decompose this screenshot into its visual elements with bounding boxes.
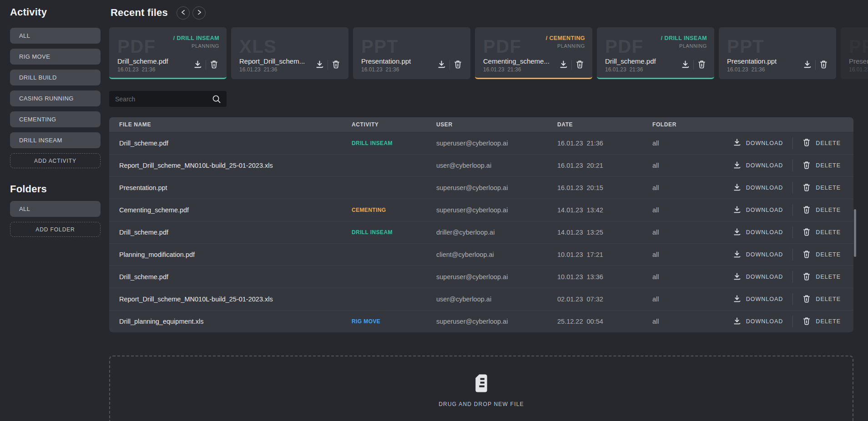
file-manager-app: Activity ALLRIG MOVEDRILL BUILDCASING RU… — [0, 0, 868, 421]
delete-button[interactable]: DELETE — [802, 138, 841, 148]
trash-icon — [332, 60, 340, 70]
download-button[interactable]: DOWNLOAD — [733, 205, 783, 215]
activity-filter-drill-inseam[interactable]: DRILL INSEAM — [10, 132, 101, 148]
card-delete-button[interactable] — [328, 58, 344, 72]
search-icon[interactable] — [212, 95, 221, 103]
card-activity-tag: / DRILL INSEAM PLANNING — [661, 35, 707, 49]
delete-button[interactable]: DELETE — [802, 205, 841, 215]
card-download-button[interactable] — [434, 58, 449, 72]
folder-cell: all — [652, 162, 722, 169]
download-icon — [733, 138, 741, 148]
add-folder-button[interactable]: ADD FOLDER — [10, 222, 101, 237]
card-delete-button[interactable] — [694, 58, 710, 72]
file-name-cell: Drill_scheme.pdf — [119, 140, 352, 147]
date-cell: 02.01.23 07:32 — [557, 296, 652, 303]
card-file-date: 16.01.23 21:36 — [849, 66, 868, 73]
download-button[interactable]: DOWNLOAD — [733, 228, 783, 237]
row-action-divider — [792, 160, 793, 171]
file-type-ghost-label: PPT — [361, 36, 399, 57]
trash-icon — [802, 295, 811, 304]
download-label: DOWNLOAD — [746, 296, 783, 302]
vertical-scrollbar-thumb[interactable] — [854, 209, 856, 257]
trash-icon — [210, 60, 218, 70]
card-download-button[interactable] — [555, 58, 571, 72]
trash-icon — [802, 228, 811, 237]
delete-label: DELETE — [816, 318, 841, 325]
folder-cell: all — [652, 229, 722, 236]
activity-filter-casing-running[interactable]: CASING RUNNING — [10, 90, 101, 106]
download-icon — [733, 317, 741, 326]
delete-button[interactable]: DELETE — [802, 295, 841, 304]
download-button[interactable]: DOWNLOAD — [733, 295, 783, 304]
table-row: Report_Drill_scheme_MN010L-build_25-01-2… — [109, 288, 853, 310]
card-file-meta: Report_Drill_schem... 16.01.23 21:36 — [239, 57, 312, 73]
delete-button[interactable]: DELETE — [802, 272, 841, 282]
activity-filter-rig-move[interactable]: RIG MOVE — [10, 49, 101, 65]
folder-cell: all — [652, 273, 722, 281]
recent-file-card[interactable]: PPT Presentation.ppt 16.01.23 21:36 — [353, 27, 470, 79]
delete-button[interactable]: DELETE — [802, 183, 841, 193]
delete-button[interactable]: DELETE — [802, 228, 841, 237]
card-phase-label: PLANNING — [546, 43, 585, 49]
delete-button[interactable]: DELETE — [802, 250, 841, 260]
card-file-name: Report_Drill_schem... — [239, 57, 312, 65]
activity-cell: DRILL INSEAM — [352, 229, 436, 236]
download-button[interactable]: DOWNLOAD — [733, 183, 783, 193]
card-download-button[interactable] — [677, 58, 693, 72]
recent-file-card[interactable]: PDF / DRILL INSEAM PLANNING Drill_scheme… — [597, 27, 714, 79]
card-download-button[interactable] — [799, 58, 815, 72]
folder-filter-all[interactable]: ALL — [10, 201, 101, 217]
file-type-ghost-label: PDF — [605, 36, 644, 57]
file-dropzone[interactable]: DRUG AND DROP NEW FILE — [109, 356, 853, 421]
download-button[interactable]: DOWNLOAD — [733, 161, 783, 170]
recent-files-header: Recent files — [109, 6, 868, 20]
card-footer: Drill_scheme.pdf 16.01.23 21:36 — [117, 57, 222, 73]
download-button[interactable]: DOWNLOAD — [733, 272, 783, 282]
delete-button[interactable]: DELETE — [802, 317, 841, 326]
carousel-next-button[interactable] — [192, 6, 206, 20]
card-delete-button[interactable] — [816, 58, 832, 72]
recent-file-card[interactable]: PDF / CEMENTING PLANNING Cementing_schem… — [475, 27, 592, 79]
download-button[interactable]: DOWNLOAD — [733, 138, 783, 148]
card-file-name: Presentation.ppt — [727, 57, 799, 65]
card-download-button[interactable] — [312, 58, 328, 72]
card-delete-button[interactable] — [450, 58, 466, 72]
row-action-divider — [792, 249, 793, 261]
files-table: FILE NAME ACTIVITY USER DATE FOLDER Dril… — [109, 117, 853, 332]
chevron-left-icon — [180, 9, 187, 17]
download-label: DOWNLOAD — [746, 274, 783, 280]
download-button[interactable]: DOWNLOAD — [733, 317, 783, 326]
file-type-ghost-label: PDF — [117, 36, 156, 57]
activity-filter-all[interactable]: ALL — [10, 28, 101, 44]
recent-files-title: Recent files — [111, 7, 168, 19]
card-download-button[interactable] — [190, 58, 206, 72]
file-name-cell: Presentation.ppt — [119, 184, 352, 191]
activity-filter-cementing[interactable]: CEMENTING — [10, 111, 101, 127]
add-activity-button[interactable]: ADD ACTIVITY — [10, 153, 101, 168]
card-file-meta: Drill_scheme.pdf 16.01.23 21:36 — [117, 57, 190, 73]
file-type-ghost-label: PPT — [849, 36, 868, 57]
download-button[interactable]: DOWNLOAD — [733, 250, 783, 260]
recent-file-card[interactable]: PPT Presentation.ppt 16.01.23 21:36 — [719, 27, 836, 79]
recent-file-card[interactable]: PDF / DRILL INSEAM PLANNING Drill_scheme… — [109, 27, 227, 79]
search-bar — [109, 91, 227, 107]
table-row: Presentation.ppt superuser@cyberloop.ai … — [109, 176, 853, 199]
recent-file-card[interactable]: PPT Presentation.ppt 16.01.23 21:36 — [841, 27, 868, 79]
card-phase-label: PLANNING — [661, 43, 707, 49]
recent-file-card[interactable]: XLS Report_Drill_schem... 16.01.23 21:36 — [231, 27, 348, 79]
row-action-divider — [792, 137, 793, 149]
search-input[interactable] — [115, 95, 212, 103]
card-file-meta: Presentation.ppt 16.01.23 21:36 — [727, 57, 799, 73]
card-activity-tag: / CEMENTING PLANNING — [546, 35, 585, 49]
card-delete-button[interactable] — [206, 58, 222, 72]
activity-filter-drill-build[interactable]: DRILL BUILD — [10, 70, 101, 85]
card-file-name: Presentation.ppt — [361, 57, 434, 65]
card-footer: Report_Drill_schem... 16.01.23 21:36 — [239, 57, 344, 73]
download-icon — [733, 205, 741, 215]
delete-button[interactable]: DELETE — [802, 161, 841, 170]
column-header-activity: ACTIVITY — [352, 121, 436, 128]
card-delete-button[interactable] — [572, 58, 588, 72]
carousel-prev-button[interactable] — [177, 6, 190, 20]
download-icon — [315, 60, 324, 70]
download-label: DOWNLOAD — [746, 318, 783, 325]
